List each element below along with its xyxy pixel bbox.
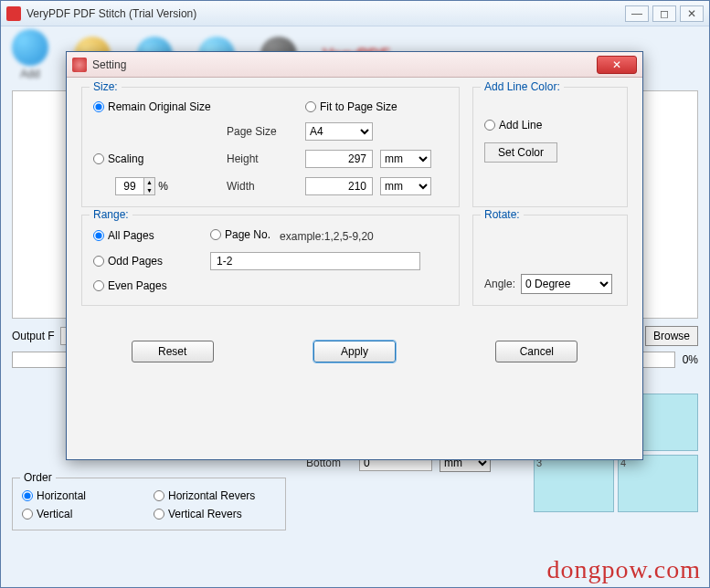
dialog-title: Setting — [92, 58, 597, 71]
progress-text: 0% — [683, 353, 698, 366]
rotate-group: Rotate: Angle: 0 Degree — [472, 215, 628, 306]
spin-down-icon[interactable]: ▼ — [143, 186, 154, 194]
height-label: Height — [227, 152, 300, 165]
rotate-legend: Rotate: — [481, 208, 524, 221]
cancel-button[interactable]: Cancel — [495, 341, 578, 362]
range-page-no[interactable]: Page No. — [210, 228, 270, 241]
minimize-button[interactable]: — — [625, 5, 649, 22]
line-color-legend: Add Line Color: — [481, 80, 564, 93]
scaling-input[interactable] — [116, 178, 143, 194]
titlebar: VeryPDF PDF Stitch (Trial Version) — ◻ ✕ — [1, 1, 709, 26]
size-fit[interactable]: Fit to Page Size — [305, 100, 435, 113]
pct-label: % — [158, 180, 168, 193]
size-legend: Size: — [90, 80, 122, 93]
width-input[interactable] — [305, 177, 373, 195]
order-horizontal-rev[interactable]: Horizontal Revers — [154, 489, 276, 502]
range-all[interactable]: All Pages — [93, 229, 203, 242]
plus-icon — [12, 29, 48, 66]
line-color-group: Add Line Color: Add Line Set Color — [472, 87, 628, 207]
setting-dialog: Setting ✕ Size: Remain Original Size Fit… — [66, 51, 643, 460]
range-odd[interactable]: Odd Pages — [93, 255, 203, 268]
height-unit[interactable]: mm — [380, 150, 431, 168]
range-legend: Range: — [90, 208, 132, 221]
range-input[interactable] — [210, 252, 420, 270]
maximize-button[interactable]: ◻ — [652, 5, 676, 22]
range-even[interactable]: Even Pages — [93, 279, 203, 292]
set-color-button[interactable]: Set Color — [484, 142, 557, 163]
height-input[interactable] — [305, 150, 373, 168]
preview-cell-3: 3 — [534, 455, 614, 512]
add-label: Add — [20, 68, 39, 80]
width-label: Width — [227, 180, 300, 193]
size-remain[interactable]: Remain Original Size — [93, 100, 300, 113]
width-unit[interactable]: mm — [380, 177, 431, 195]
order-group: Order Horizontal Horizontal Revers Verti… — [12, 478, 286, 530]
output-label: Output F — [12, 330, 55, 342]
size-group: Size: Remain Original Size Fit to Page S… — [81, 87, 460, 207]
spin-up-icon[interactable]: ▲ — [143, 178, 154, 186]
page-size-label: Page Size — [227, 125, 300, 138]
reset-button[interactable]: Reset — [132, 341, 214, 362]
range-example: example:1,2,5-9,20 — [280, 230, 374, 243]
window-title: VeryPDF PDF Stitch (Trial Version) — [26, 7, 625, 20]
preview-cell-4: 4 — [618, 455, 698, 512]
order-horizontal[interactable]: Horizontal — [22, 489, 144, 502]
add-line-radio[interactable]: Add Line — [484, 119, 616, 131]
toolbar-add[interactable]: Add — [12, 29, 48, 80]
browse-button[interactable]: Browse — [645, 326, 698, 346]
angle-select[interactable]: 0 Degree — [521, 274, 612, 294]
order-vertical[interactable]: Vertical — [22, 508, 144, 520]
order-legend: Order — [20, 471, 56, 484]
dialog-titlebar: Setting ✕ — [67, 52, 642, 78]
scaling-spinner[interactable]: ▲▼ — [115, 177, 155, 195]
apply-button[interactable]: Apply — [313, 341, 396, 362]
range-group: Range: All Pages Page No. example:1,2,5-… — [81, 215, 460, 306]
close-button[interactable]: ✕ — [680, 5, 704, 22]
angle-label: Angle: — [484, 278, 515, 290]
size-scaling[interactable]: Scaling — [93, 152, 221, 165]
order-vertical-rev[interactable]: Vertical Revers — [154, 508, 276, 520]
dialog-close-button[interactable]: ✕ — [597, 56, 637, 74]
page-size-select[interactable]: A4 — [305, 122, 373, 141]
app-icon — [6, 6, 21, 21]
dialog-icon — [72, 58, 87, 72]
